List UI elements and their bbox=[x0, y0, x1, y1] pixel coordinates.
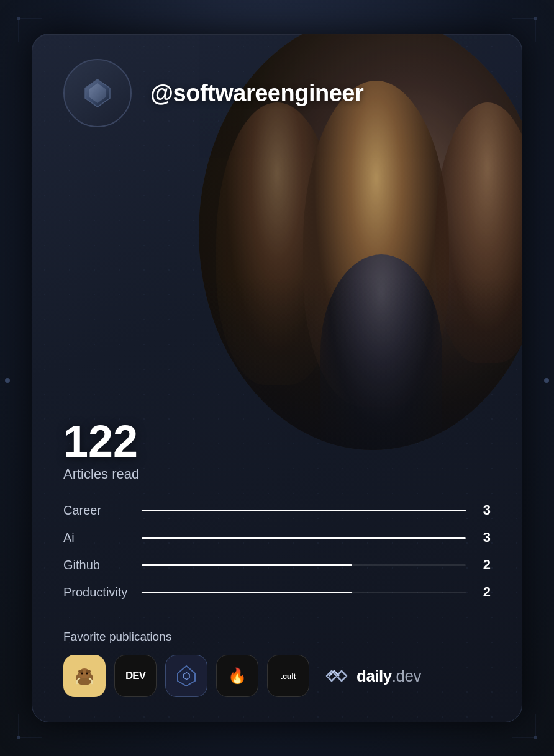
category-bar-career bbox=[142, 510, 466, 511]
daily-text: daily bbox=[356, 667, 392, 685]
category-row-productivity: Productivity 2 bbox=[63, 584, 491, 600]
publications-row: DEV ⬡ 🔥 .cult bbox=[63, 655, 491, 697]
category-count-productivity: 2 bbox=[476, 584, 491, 600]
category-fill-productivity bbox=[142, 592, 352, 593]
pub-icon-devto: DEV bbox=[114, 655, 157, 697]
side-dot-left bbox=[5, 378, 10, 383]
svg-point-6 bbox=[17, 736, 20, 739]
category-count-github: 2 bbox=[476, 557, 491, 573]
category-label-ai: Ai bbox=[63, 531, 132, 545]
daily-dev-logo: daily.dev bbox=[324, 667, 421, 686]
category-bar-github bbox=[142, 564, 466, 566]
category-count-ai: 3 bbox=[476, 529, 491, 546]
pub-icon-mammoth bbox=[63, 655, 106, 697]
publications-section: Favorite publications bbox=[63, 630, 491, 697]
category-bar-productivity bbox=[142, 592, 466, 593]
publications-title: Favorite publications bbox=[63, 630, 491, 644]
svg-point-19 bbox=[86, 673, 88, 675]
pub-icon-cult: .cult bbox=[267, 655, 309, 697]
articles-count: 122 bbox=[63, 419, 491, 464]
category-label-github: Github bbox=[63, 558, 132, 572]
articles-label: Articles read bbox=[63, 466, 491, 482]
category-label-career: Career bbox=[63, 503, 132, 518]
stats-section: 122 Articles read Career 3 Ai 3 Github bbox=[63, 419, 491, 611]
avatar-circle bbox=[63, 59, 132, 127]
category-row-github: Github 2 bbox=[63, 557, 491, 573]
side-dot-right bbox=[544, 378, 549, 383]
category-label-productivity: Productivity bbox=[63, 585, 132, 600]
profile-card: @softwareengineer 122 Articles read Care… bbox=[32, 34, 522, 722]
svg-text:⬡: ⬡ bbox=[183, 671, 190, 681]
username-display: @softwareengineer bbox=[150, 80, 363, 107]
category-fill-career bbox=[142, 510, 466, 511]
svg-point-3 bbox=[534, 17, 537, 20]
pub-icon-crystal: ⬡ bbox=[165, 655, 207, 697]
svg-point-9 bbox=[534, 736, 537, 739]
daily-dev-suffix: .dev bbox=[392, 667, 421, 685]
svg-point-18 bbox=[81, 673, 83, 675]
category-row-ai: Ai 3 bbox=[63, 529, 491, 546]
category-fill-ai bbox=[142, 537, 466, 539]
category-fill-github bbox=[142, 564, 352, 566]
category-bar-ai bbox=[142, 537, 466, 539]
diamond-icon bbox=[81, 77, 114, 109]
svg-point-0 bbox=[17, 17, 20, 20]
category-count-career: 3 bbox=[476, 502, 491, 518]
category-row-career: Career 3 bbox=[63, 502, 491, 518]
profile-header: @softwareengineer bbox=[63, 59, 491, 127]
daily-dev-text-label: daily.dev bbox=[356, 667, 421, 686]
photo-spacer bbox=[63, 146, 491, 363]
pub-icon-freecodecamp: 🔥 bbox=[216, 655, 258, 697]
outer-background: @softwareengineer 122 Articles read Care… bbox=[0, 0, 554, 756]
daily-dev-icon bbox=[324, 667, 352, 685]
